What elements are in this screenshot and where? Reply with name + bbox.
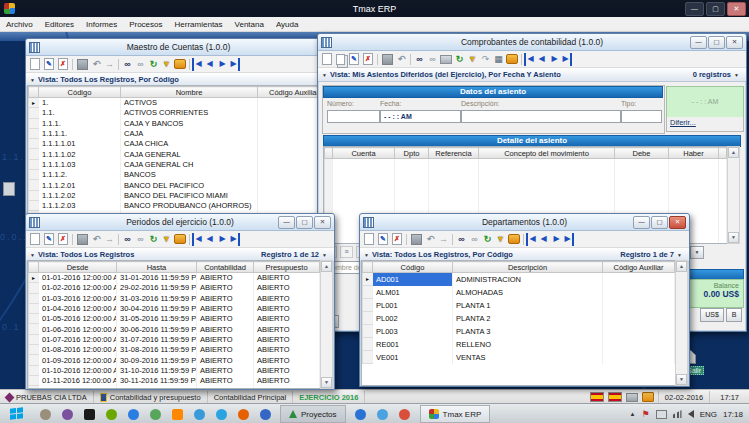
find-icon[interactable]: ∞ [121,233,134,246]
folder-icon[interactable] [642,392,654,402]
cell[interactable]: 1.1.1.2.03 [39,200,121,210]
row-selector[interactable] [29,314,39,324]
column-header[interactable]: Código [39,87,121,98]
cell[interactable]: CAJA CHICA [121,139,258,149]
cell[interactable]: AD001 [373,273,453,286]
menu-item[interactable]: Ayuda [270,20,305,29]
cell[interactable]: ABIERTO [197,355,254,365]
chrome-icon[interactable] [399,409,410,420]
delete-icon[interactable]: ✗ [392,233,402,245]
table-row[interactable]: 01-11-2016 12:00:00 AM30-11-2016 11:59:5… [29,375,320,385]
gdrive-icon[interactable] [128,409,139,420]
opera-icon[interactable] [260,409,271,420]
cell[interactable]: ABIERTO [197,293,254,303]
menu-item[interactable]: Procesos [123,20,168,29]
cell[interactable] [603,312,675,325]
row-selector[interactable] [29,190,39,200]
cell[interactable]: CAJA GENERAL CH [121,159,258,169]
cell[interactable]: ABIERTO [197,283,254,293]
window-titlebar[interactable]: Maestro de Cuentas (1.0.0) [26,39,331,56]
nav-next-icon[interactable]: ▶ [548,53,561,66]
cell[interactable]: 30-09-2016 11:59:59 PM [117,355,197,365]
cell[interactable]: ABIERTO [197,314,254,324]
column-header[interactable]: Código [373,262,453,273]
cell[interactable]: ABIERTO [254,324,320,334]
edit-icon[interactable]: ✎ [349,53,359,65]
numero-field[interactable] [327,110,380,123]
row-selector[interactable]: ▸ [29,273,39,283]
column-header[interactable]: Hasta [117,262,197,273]
row-selector[interactable] [29,283,39,293]
network-signal-icon[interactable] [673,410,682,418]
table-row[interactable]: 1.1.1.1.02CAJA GENERAL [29,149,331,159]
tmax-erp-task-button[interactable]: Tmax ERP [420,405,491,423]
descripcion-field[interactable] [461,110,621,123]
account-combo-icon[interactable]: ▼ [690,246,704,259]
cell[interactable]: 01-06-2016 12:00:00 AM [39,324,117,334]
table-row[interactable]: PL002PLANTA 2 [363,312,675,325]
row-selector[interactable] [29,365,39,375]
table-row[interactable]: 01-12-2016 12:00:00 AM31-12-2016 11:59:5… [29,386,320,389]
nav-prev-icon[interactable]: ◀ [537,233,550,246]
minimize-icon[interactable]: — [690,36,707,49]
menu-item[interactable]: Ventana [229,20,270,29]
cell[interactable]: PLANTA 2 [453,312,603,325]
clock[interactable]: 17:18 [723,410,743,419]
table-row[interactable]: 1.1.1.2.03BANCO PRODUBANCO (AHORROS) [29,200,331,210]
vlc-icon[interactable] [172,409,183,420]
table-row[interactable]: 01-02-2016 12:00:00 AM29-02-2016 11:59:5… [29,283,320,293]
exercise-section[interactable]: EJERCICIO 2016 [293,391,365,403]
table-row[interactable]: 1.1.1.1.03CAJA GENERAL CH [29,159,331,169]
table-row[interactable]: 01-06-2016 12:00:00 AM30-06-2016 11:59:5… [29,324,320,334]
cell[interactable]: ABIERTO [197,334,254,344]
cell[interactable]: 31-05-2016 11:59:59 PM [117,314,197,324]
cell[interactable]: ACTIVOS [121,98,258,108]
row-selector[interactable] [363,312,373,325]
start-button[interactable] [0,404,34,423]
skype-icon[interactable] [216,409,227,420]
potplayer-icon[interactable] [194,409,205,420]
restore-icon[interactable]: ▢ [708,36,725,49]
cell[interactable]: 1.1.1.1. [39,128,121,138]
chevron-down-icon[interactable]: ▼ [734,72,739,78]
cell[interactable] [603,299,675,312]
column-header[interactable]: Debe [615,148,669,159]
departments-scrollbar[interactable]: ▲ ▼ [675,260,688,386]
cell[interactable]: CAJA [121,128,258,138]
column-header[interactable]: Concepto del movimiento [479,148,615,159]
row-selector[interactable] [29,324,39,334]
row-selector[interactable] [29,355,39,365]
new-icon[interactable] [30,233,40,245]
scroll-up-icon[interactable]: ▲ [321,261,332,272]
row-selector[interactable] [363,338,373,351]
cell[interactable]: PLANTA 3 [453,325,603,338]
delete-icon[interactable]: ✗ [58,58,68,70]
cell[interactable]: PL001 [373,299,453,312]
find-next-icon[interactable]: ∞ [134,233,147,246]
nav-prev-icon[interactable]: ◀ [203,233,216,246]
cell[interactable]: 31-08-2016 11:59:59 PM [117,345,197,355]
nav-next-icon[interactable]: ▶ [216,233,229,246]
table-row[interactable]: 01-09-2016 12:00:00 AM30-09-2016 11:59:5… [29,355,320,365]
row-selector[interactable] [363,325,373,338]
refresh-icon[interactable]: ↻ [481,233,494,246]
cell[interactable]: BANCO DEL PACIFICO [121,180,258,190]
table-row[interactable]: 1.1.1.2.01BANCO DEL PACIFICO [29,180,331,190]
cell[interactable]: 30-11-2016 11:59:59 PM [117,375,197,385]
table-row[interactable]: 1.1.1.1.CAJA [29,128,331,138]
table-row[interactable]: ▸1.ACTIVOS [29,98,331,108]
table-row[interactable]: 1.1.1.2.BANCOS [29,170,331,180]
column-header[interactable]: Nombre [121,87,258,98]
filter-icon[interactable]: ▼ [466,53,479,66]
cell[interactable]: ABIERTO [254,283,320,293]
row-selector[interactable] [29,149,39,159]
find-icon[interactable]: ∞ [121,58,134,71]
cell[interactable]: 01-03-2016 12:00:00 AM [39,293,117,303]
column-header[interactable]: Haber [669,148,719,159]
column-header[interactable]: Referencia [429,148,479,159]
minimize-icon[interactable]: — [278,216,295,229]
cell[interactable]: 1.1.1.1.02 [39,149,121,159]
nav-next-icon[interactable]: ▶ [216,58,229,71]
edit-icon[interactable]: ✎ [378,233,388,245]
row-selector[interactable]: ▸ [363,273,373,286]
